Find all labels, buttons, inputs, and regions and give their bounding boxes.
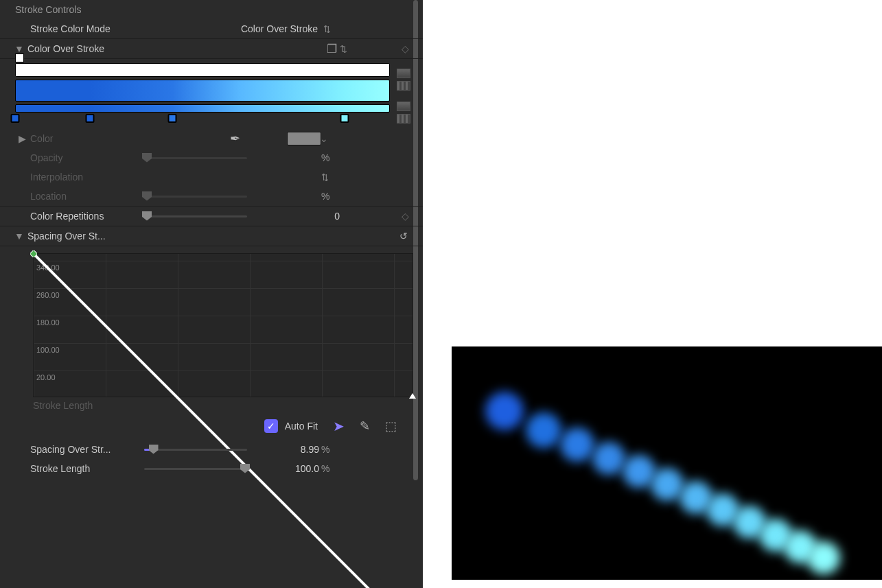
value-spacing[interactable]: 8.99 bbox=[271, 444, 319, 455]
keyframe-icon[interactable]: ◇ bbox=[402, 43, 409, 54]
curve-keyframe-start[interactable] bbox=[30, 250, 37, 257]
gradient-color-stop[interactable] bbox=[168, 114, 177, 123]
eyedropper-icon[interactable]: ✒ bbox=[230, 131, 240, 146]
stroke-dab bbox=[592, 442, 625, 475]
value-stroke-length[interactable]: 100.0 bbox=[271, 463, 319, 474]
stroke-dab bbox=[560, 427, 594, 462]
svg-marker-2 bbox=[409, 393, 416, 399]
updown-icon[interactable]: ⇅ bbox=[321, 172, 329, 183]
color-tags-toggle-solid[interactable] bbox=[397, 102, 410, 111]
svg-line-0 bbox=[34, 254, 413, 588]
gradient-mix-bar[interactable] bbox=[15, 104, 390, 113]
label-spacing-over-stroke: Spacing Over St... bbox=[27, 231, 106, 242]
dropdown-stroke-color-mode[interactable]: Color Over Stroke ⇅ bbox=[150, 23, 413, 34]
unit-location: % bbox=[321, 191, 329, 202]
label-stroke-length: Stroke Length bbox=[15, 463, 149, 474]
label-spacing-value: Spacing Over Str... bbox=[15, 444, 149, 455]
slider-spacing[interactable] bbox=[144, 449, 247, 451]
preview-canvas bbox=[452, 346, 882, 580]
color-tags-toggle-distribute[interactable] bbox=[397, 114, 410, 124]
slider-color-repetitions[interactable] bbox=[144, 215, 247, 217]
curve-keyframe-end[interactable] bbox=[409, 393, 416, 400]
gradient-color-stop[interactable] bbox=[11, 114, 20, 123]
curve-editor: Spacing Over Stroke 340.00260.00180.0010… bbox=[0, 246, 423, 440]
gradient-color-stop[interactable] bbox=[86, 114, 95, 123]
gradient-color-stop[interactable] bbox=[340, 114, 349, 123]
gradient-editor bbox=[0, 59, 423, 129]
disclosure-triangle-icon[interactable]: ▼ bbox=[15, 43, 23, 54]
opacity-bar[interactable] bbox=[15, 63, 390, 77]
param-interpolation: Interpolation ⇅ bbox=[0, 167, 423, 187]
param-opacity: Opacity % bbox=[0, 148, 423, 167]
updown-icon[interactable]: ⇅ bbox=[340, 44, 347, 54]
slider-thumb[interactable] bbox=[149, 445, 159, 454]
label-color-over-stroke: Color Over Stroke bbox=[27, 43, 104, 54]
unit-stroke-length: % bbox=[321, 463, 329, 474]
param-color-repetitions: Color Repetitions 0 ◇ bbox=[0, 207, 423, 226]
slider-stroke-length[interactable] bbox=[144, 468, 247, 470]
param-location: Location % bbox=[0, 187, 423, 207]
color-swatch[interactable] bbox=[287, 132, 321, 145]
unit-opacity: % bbox=[321, 152, 329, 163]
label-interpolation: Interpolation bbox=[15, 172, 149, 183]
label-color: Color bbox=[30, 133, 154, 144]
label-location: Location bbox=[15, 191, 149, 202]
label-stroke-color-mode: Stroke Color Mode bbox=[30, 23, 150, 34]
label-color-repetitions: Color Repetitions bbox=[15, 211, 149, 222]
opacity-tags-toggle-solid[interactable] bbox=[397, 69, 410, 78]
keyframe-icon[interactable]: ◇ bbox=[402, 211, 409, 222]
slider-thumb[interactable] bbox=[240, 464, 250, 473]
slider-opacity[interactable] bbox=[144, 157, 247, 159]
opacity-tag[interactable] bbox=[15, 54, 24, 62]
gradient-stops-track[interactable] bbox=[15, 113, 390, 125]
stroke-dab bbox=[807, 541, 840, 574]
stroke-dab bbox=[485, 392, 524, 430]
section-color-over-stroke: ▼ Color Over Stroke ❐ ⇅ ◇ bbox=[0, 39, 423, 59]
param-spacing-over-stroke-value: Spacing Over Str... 8.99 % bbox=[0, 440, 423, 459]
value-color-repetitions[interactable]: 0 bbox=[292, 211, 340, 222]
param-stroke-color-mode: Stroke Color Mode Color Over Stroke ⇅ bbox=[0, 19, 423, 39]
stroke-dab bbox=[651, 468, 684, 501]
stroke-dab bbox=[526, 412, 561, 448]
gradient-preset-icon[interactable]: ❐ bbox=[327, 42, 337, 56]
param-stroke-length: Stroke Length 100.0 % bbox=[0, 459, 423, 478]
section-title: Stroke Controls bbox=[15, 4, 81, 15]
section-stroke-controls: Stroke Controls bbox=[0, 0, 423, 19]
unit-spacing: % bbox=[321, 444, 329, 455]
gradient-bar[interactable] bbox=[15, 80, 390, 102]
inspector-panel: Stroke Controls Stroke Color Mode Color … bbox=[0, 0, 423, 588]
disclosure-triangle-icon[interactable]: ▶ bbox=[18, 133, 26, 144]
param-color: ▶ Color ✒ ⌄ bbox=[0, 129, 423, 148]
updown-icon: ⇅ bbox=[323, 24, 331, 34]
chevron-down-icon[interactable]: ⌄ bbox=[320, 133, 328, 144]
value-stroke-color-mode: Color Over Stroke bbox=[241, 23, 318, 34]
disclosure-triangle-icon[interactable]: ▼ bbox=[15, 231, 23, 242]
opacity-tags-toggle-distribute[interactable] bbox=[397, 81, 410, 91]
reset-icon[interactable]: ↺ bbox=[399, 231, 408, 242]
curve-canvas[interactable]: 340.00260.00180.00100.0020.00 bbox=[33, 253, 413, 397]
label-opacity: Opacity bbox=[15, 152, 149, 163]
curve-line bbox=[34, 254, 413, 588]
section-spacing-over-stroke: ▼ Spacing Over St... ↺ bbox=[0, 226, 423, 246]
svg-rect-1 bbox=[30, 250, 37, 257]
slider-location[interactable] bbox=[144, 196, 247, 198]
